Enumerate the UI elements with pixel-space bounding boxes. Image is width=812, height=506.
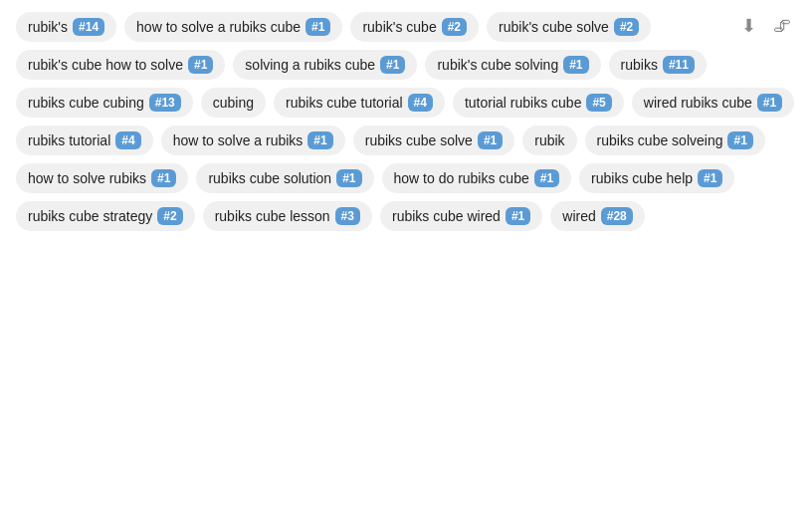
tag-badge: #1 bbox=[305, 18, 330, 36]
tag-badge: #28 bbox=[601, 207, 633, 225]
tag-label: rubiks cube wired bbox=[392, 208, 501, 224]
tag-label: rubiks cube solution bbox=[208, 170, 331, 186]
tag-item[interactable]: how to solve a rubiks cube#1 bbox=[124, 12, 342, 42]
top-icons: ⬇ 🖇 bbox=[734, 12, 796, 40]
tag-badge: #1 bbox=[336, 169, 361, 187]
tags-container: rubik's#14how to solve a rubiks cube#1ru… bbox=[16, 12, 796, 231]
tag-badge: #1 bbox=[757, 94, 782, 112]
tag-label: how to solve a rubiks bbox=[173, 132, 304, 148]
tag-badge: #1 bbox=[478, 131, 503, 149]
tag-label: rubiks cube strategy bbox=[28, 208, 152, 224]
tag-label: rubiks cube solve bbox=[365, 132, 473, 148]
tag-badge: #1 bbox=[563, 56, 588, 74]
tag-label: wired bbox=[562, 208, 595, 224]
tag-badge: #1 bbox=[307, 131, 332, 149]
tag-item[interactable]: rubik's cube how to solve#1 bbox=[16, 50, 225, 80]
tag-label: rubik's cube solve bbox=[499, 19, 609, 35]
tag-item[interactable]: how to solve a rubiks#1 bbox=[161, 126, 345, 155]
tag-item[interactable]: rubiks cube help#1 bbox=[579, 163, 734, 193]
tag-label: rubiks cube solveing bbox=[597, 132, 723, 148]
tag-badge: #11 bbox=[663, 56, 695, 74]
tag-label: rubiks tutorial bbox=[28, 132, 110, 148]
tag-badge: #1 bbox=[506, 207, 530, 225]
tag-badge: #2 bbox=[442, 18, 467, 36]
tag-badge: #3 bbox=[335, 207, 360, 225]
tag-badge: #2 bbox=[157, 207, 182, 225]
tag-label: rubik bbox=[534, 132, 564, 148]
tag-item[interactable]: how to do rubiks cube#1 bbox=[382, 163, 572, 193]
tag-label: cubing bbox=[213, 95, 254, 111]
tag-item[interactable]: rubiks#11 bbox=[609, 50, 707, 80]
tag-badge: #5 bbox=[586, 94, 611, 112]
tag-item[interactable]: rubik's cube solve#2 bbox=[487, 12, 651, 42]
tag-label: tutorial rubiks cube bbox=[465, 95, 582, 111]
tag-item[interactable]: rubiks tutorial#4 bbox=[16, 126, 153, 155]
tag-item[interactable]: rubik's#14 bbox=[16, 12, 116, 42]
tag-item[interactable]: rubik's cube solving#1 bbox=[425, 50, 600, 80]
tag-label: rubik's cube bbox=[362, 19, 436, 35]
tag-badge: #1 bbox=[188, 56, 213, 74]
tag-item[interactable]: rubiks cube solution#1 bbox=[196, 163, 373, 193]
tag-label: rubiks bbox=[621, 57, 658, 73]
tag-label: rubik's cube how to solve bbox=[28, 57, 183, 73]
tag-item[interactable]: rubik's cube#2 bbox=[350, 12, 479, 42]
tag-item[interactable]: wired#28 bbox=[550, 201, 645, 231]
tag-label: how to solve a rubiks cube bbox=[136, 19, 301, 35]
tag-item[interactable]: cubing bbox=[201, 88, 266, 118]
tag-item[interactable]: how to solve rubiks#1 bbox=[16, 163, 188, 193]
tag-item[interactable]: tutorial rubiks cube#5 bbox=[453, 88, 624, 118]
tag-item[interactable]: rubiks cube strategy#2 bbox=[16, 201, 195, 231]
tag-label: rubik's cube solving bbox=[437, 57, 558, 73]
tag-item[interactable]: wired rubiks cube#1 bbox=[632, 88, 794, 118]
tag-label: how to do rubiks cube bbox=[394, 170, 529, 186]
tag-badge: #1 bbox=[698, 169, 722, 187]
tag-item[interactable]: rubiks cube solveing#1 bbox=[585, 126, 765, 155]
tag-badge: #1 bbox=[380, 56, 405, 74]
tag-label: rubiks cube cubing bbox=[28, 95, 144, 111]
tag-item[interactable]: rubik bbox=[522, 126, 576, 155]
tag-badge: #1 bbox=[727, 131, 752, 149]
tag-badge: #2 bbox=[614, 18, 639, 36]
tag-label: rubiks cube help bbox=[591, 170, 693, 186]
tag-badge: #4 bbox=[408, 94, 433, 112]
tag-badge: #4 bbox=[115, 131, 140, 149]
tag-item[interactable]: solving a rubiks cube#1 bbox=[233, 50, 417, 80]
tag-label: rubiks cube lesson bbox=[215, 208, 330, 224]
tag-label: wired rubiks cube bbox=[644, 95, 752, 111]
tag-item[interactable]: rubiks cube lesson#3 bbox=[203, 201, 372, 231]
tag-label: rubik's bbox=[28, 19, 68, 35]
tag-badge: #1 bbox=[534, 169, 559, 187]
tag-item[interactable]: rubiks cube solve#1 bbox=[353, 126, 515, 155]
tag-item[interactable]: rubiks cube cubing#13 bbox=[16, 88, 193, 118]
tag-label: how to solve rubiks bbox=[28, 170, 146, 186]
paperclip-icon[interactable]: 🖇 bbox=[768, 12, 796, 40]
tag-label: solving a rubiks cube bbox=[245, 57, 375, 73]
tag-badge: #1 bbox=[151, 169, 176, 187]
tag-badge: #14 bbox=[73, 18, 104, 36]
tag-item[interactable]: rubiks cube tutorial#4 bbox=[274, 88, 445, 118]
tag-item[interactable]: rubiks cube wired#1 bbox=[380, 201, 542, 231]
download-icon[interactable]: ⬇ bbox=[734, 12, 762, 40]
tag-badge: #13 bbox=[149, 94, 181, 112]
tag-label: rubiks cube tutorial bbox=[286, 95, 403, 111]
